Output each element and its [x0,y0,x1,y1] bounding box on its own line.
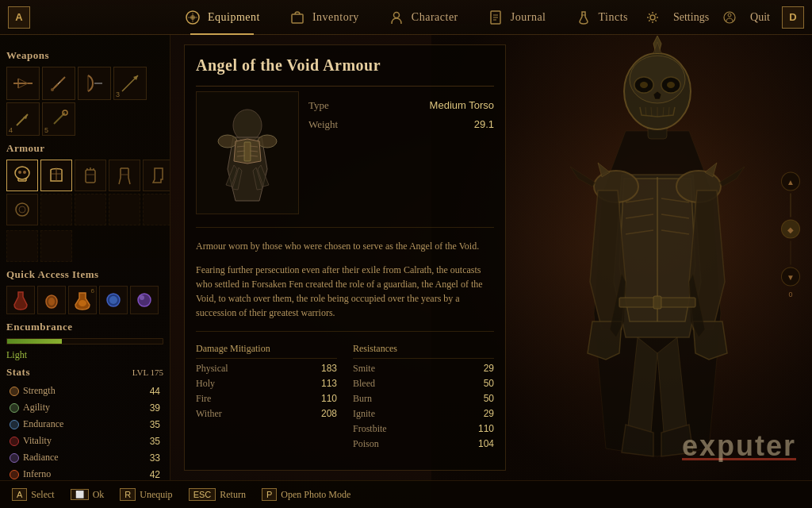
action-unequip-label: Unequip [140,489,172,501]
weapon-slot-1[interactable] [6,67,40,100]
stat-radiance-row[interactable]: Radiance 33 [6,450,163,465]
qa-slot-3[interactable]: 6 [68,286,97,314]
svg-point-50 [140,295,144,300]
nav-label-tincts: Tincts [599,11,629,24]
svg-point-11 [728,13,731,17]
armour-slot-chest[interactable] [40,160,72,191]
character-icon [388,9,405,26]
stat-poison-value: 104 [478,438,494,450]
vitality-dot [10,437,19,446]
armour-slot-ring[interactable] [6,194,38,225]
settings-icon [644,9,661,26]
nav-item-journal[interactable]: Journal [473,0,561,35]
encumbrance-bar-container: Light [6,338,163,361]
nav-item-inventory[interactable]: Inventory [274,0,373,35]
action-return: ESC Return [189,488,246,501]
stat-vitality-name: Vitality [23,435,52,447]
nav-left-button[interactable]: A [8,6,30,29]
armour-slot-empty-1[interactable] [40,194,72,225]
weapon-slot-4[interactable]: 3 [113,67,147,100]
slot-number-4: 3 [116,90,120,98]
armour-slot-boots[interactable] [143,160,170,191]
encumbrance-section: Encumbrance Light [6,321,163,361]
qa-slot-5[interactable] [130,286,159,314]
stat-frostbite-row: Frostbite 110 [353,423,494,435]
qa-slot-1[interactable] [6,286,35,314]
weapon-slot-2[interactable] [42,67,75,100]
stat-inferno-value: 42 [150,469,160,480]
bow-icon [82,71,107,96]
scroll-number: 0 [788,291,792,298]
nav-label-character: Character [412,11,458,24]
boots-icon [147,164,170,187]
qa-slot-2[interactable] [37,286,66,314]
weapon-slot-6[interactable]: 5 [42,102,75,136]
stat-fire-row: Fire 110 [196,393,337,405]
weapon-slot-5[interactable]: 4 [6,102,40,136]
stat-holy-name: Holy [196,378,215,390]
prop-weight-row: Weight 29.1 [308,118,494,131]
flask-blue-icon [102,289,124,311]
weapon-slot-3[interactable] [78,67,111,100]
orb-icon [133,289,155,311]
armour-slot-empty-3[interactable] [109,194,140,225]
stats-header: Stats LVL 175 [6,366,163,379]
armour-slot-helmet[interactable] [6,160,38,191]
svg-point-28 [15,167,29,179]
action-ok: ⬜ Ok [71,489,105,501]
strength-dot [10,387,19,396]
item-image-box [196,91,299,214]
scroll-track-lower [790,241,791,265]
stat-poison-name: Poison [353,438,379,450]
stat-inferno-row[interactable]: Inferno 42 [6,467,163,480]
stat-ignite-row: Ignite 29 [353,408,494,420]
nav-settings-label[interactable]: Settings [673,11,709,24]
stat-vitality-value: 35 [150,436,160,447]
key-ok: ⬜ [71,489,89,500]
armour-slot-gauntlet[interactable] [75,160,106,191]
stat-wither-name: Wither [196,408,222,420]
stat-agility-name-wrap: Agility [10,402,50,414]
action-select-label: Select [31,489,54,501]
stat-strength-row[interactable]: Strength 44 [6,383,163,398]
armour-slot-legs[interactable] [109,160,140,191]
armour-illustration [204,98,291,209]
nav-item-tincts[interactable]: Tincts [561,0,643,35]
nav-quit-label[interactable]: Quit [750,11,770,24]
damage-mitigation-header: Damage Mitigation [196,343,337,359]
stat-endurance-row[interactable]: Endurance 35 [6,417,163,432]
nav-left-key: A [8,6,30,29]
svg-point-33 [23,171,26,174]
armour-slot-extra-1[interactable] [6,230,38,262]
stat-strength-name: Strength [23,385,56,397]
bottom-bar: A Select ⬜ Ok R Unequip ESC Return P Ope… [0,480,812,508]
equipment-icon [184,9,201,26]
stat-vitality-row[interactable]: Vitality 35 [6,433,163,448]
qa-slot-4[interactable] [99,286,128,314]
stat-smite-value: 29 [484,363,494,375]
stat-poison-row: Poison 104 [353,438,494,450]
sword-icon [46,71,71,96]
nav-right-button[interactable]: D [782,6,804,29]
stat-agility-name: Agility [23,402,50,414]
svg-point-48 [109,296,117,304]
stat-radiance-name: Radiance [23,452,59,464]
stat-agility-value: 39 [150,402,160,414]
armour-slot-extra-2[interactable] [40,230,72,262]
nav-item-character[interactable]: Character [373,0,473,35]
stat-inferno-name-wrap: Inferno [10,468,51,480]
svg-point-53 [258,135,277,148]
stat-agility-row[interactable]: Agility 39 [6,400,163,415]
armour-label: Armour [6,142,163,155]
stat-burn-value: 50 [484,393,494,405]
action-select: A Select [12,488,55,501]
stat-wither-value: 208 [321,408,337,420]
stat-frostbite-name: Frostbite [353,423,387,435]
action-return-label: Return [220,489,246,501]
nav-item-equipment[interactable]: Equipment [170,0,274,35]
agility-dot [10,403,19,413]
armour-slot-empty-4[interactable] [143,194,170,225]
action-photo-mode[interactable]: P Open Photo Mode [262,488,350,501]
key-photo-mode: P [262,488,277,501]
armour-slot-empty-2[interactable] [75,194,106,225]
